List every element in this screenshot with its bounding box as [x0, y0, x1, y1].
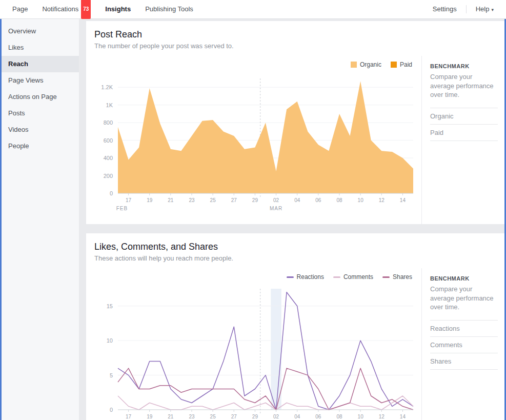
svg-text:08: 08: [336, 197, 342, 203]
benchmark-title: BENCHMARK: [430, 63, 498, 69]
legend-organic[interactable]: Organic: [351, 61, 381, 68]
nav-notifications[interactable]: Notifications73: [35, 0, 98, 19]
insights-sidebar: Overview Likes Reach Page Views Actions …: [0, 19, 79, 420]
post-reach-benchmark-panel: BENCHMARK Compare your average performan…: [421, 56, 506, 224]
top-nav-right: Settings Help▾: [426, 0, 501, 19]
svg-text:25: 25: [210, 197, 216, 203]
benchmark-item-comments[interactable]: Comments: [430, 336, 498, 353]
top-nav-left: Page Notifications73 Insights Publishing…: [5, 0, 200, 19]
sidebar-item-overview[interactable]: Overview: [0, 23, 79, 39]
nav-insights[interactable]: Insights: [98, 0, 138, 18]
svg-text:FEB: FEB: [116, 206, 128, 211]
engagement-benchmark-panel: BENCHMARK Compare your average performan…: [421, 268, 506, 420]
svg-text:04: 04: [294, 197, 300, 203]
benchmark-item-organic[interactable]: Organic: [430, 108, 498, 124]
legend-reactions-label: Reactions: [297, 273, 324, 281]
svg-text:17: 17: [126, 414, 132, 419]
svg-text:600: 600: [104, 137, 113, 144]
svg-text:10: 10: [358, 414, 364, 419]
sidebar-item-videos[interactable]: Videos: [0, 122, 79, 138]
svg-text:12: 12: [379, 414, 385, 419]
paid-swatch-icon: [391, 62, 397, 68]
engagement-section: Likes, Comments, and Shares These action…: [86, 233, 506, 420]
nav-publishing-tools[interactable]: Publishing Tools: [138, 0, 200, 18]
top-navigation: Page Notifications73 Insights Publishing…: [0, 0, 506, 19]
svg-text:10: 10: [107, 337, 113, 344]
svg-text:06: 06: [315, 414, 321, 419]
sidebar-item-reach[interactable]: Reach: [0, 56, 79, 72]
sidebar-item-page-views[interactable]: Page Views: [0, 72, 79, 89]
post-reach-header: Post Reach The number of people your pos…: [86, 21, 506, 56]
main-content: Post Reach The number of people your pos…: [79, 19, 506, 420]
nav-notifications-label: Notifications: [42, 5, 78, 13]
sidebar-item-likes[interactable]: Likes: [0, 39, 79, 56]
engagement-legend: Reactions Comments Shares: [86, 268, 421, 286]
svg-text:5: 5: [110, 372, 113, 378]
section-subtitle: The number of people your post was serve…: [94, 42, 498, 50]
svg-text:200: 200: [104, 173, 113, 179]
sidebar-item-posts[interactable]: Posts: [0, 105, 79, 122]
legend-paid[interactable]: Paid: [391, 61, 412, 68]
section-title: Post Reach: [94, 29, 498, 40]
benchmark-list: Reactions Comments Shares: [430, 320, 498, 370]
svg-text:17: 17: [126, 197, 132, 203]
nav-settings[interactable]: Settings: [426, 0, 464, 18]
legend-paid-label: Paid: [400, 61, 412, 68]
engagement-chart[interactable]: 0510151719212325272902040608101214FEBMAR: [86, 286, 421, 420]
nav-help-label: Help: [476, 5, 490, 13]
svg-text:29: 29: [252, 414, 258, 419]
benchmark-description: Compare your average performance over ti…: [430, 72, 498, 99]
section-subtitle: These actions will help you reach more p…: [94, 254, 498, 262]
svg-text:0: 0: [110, 190, 113, 196]
svg-text:14: 14: [400, 197, 406, 203]
svg-text:21: 21: [168, 414, 174, 419]
post-reach-chart-area: Organic Paid 02004006008001K1.2K17192123…: [86, 56, 421, 224]
svg-text:25: 25: [210, 414, 216, 419]
shares-swatch-icon: [382, 276, 390, 278]
comments-swatch-icon: [333, 276, 340, 278]
caret-down-icon: ▾: [491, 7, 494, 12]
svg-text:14: 14: [400, 414, 406, 419]
sidebar-item-actions-on-page[interactable]: Actions on Page: [0, 89, 79, 105]
section-title: Likes, Comments, and Shares: [94, 242, 498, 252]
svg-text:1.2K: 1.2K: [101, 84, 113, 90]
svg-text:400: 400: [104, 155, 113, 161]
svg-text:1K: 1K: [106, 102, 113, 108]
reactions-swatch-icon: [287, 276, 294, 278]
engagement-chart-area: Reactions Comments Shares 05101517192123…: [86, 268, 421, 420]
svg-text:27: 27: [231, 197, 237, 203]
app-body: Overview Likes Reach Page Views Actions …: [0, 19, 506, 420]
benchmark-list: Organic Paid: [430, 108, 498, 141]
legend-reactions[interactable]: Reactions: [287, 273, 324, 281]
benchmark-item-reactions[interactable]: Reactions: [430, 320, 498, 336]
svg-text:MAR: MAR: [270, 206, 282, 211]
svg-text:23: 23: [189, 197, 195, 203]
legend-shares[interactable]: Shares: [382, 273, 412, 281]
svg-text:800: 800: [104, 119, 113, 126]
svg-text:21: 21: [168, 197, 174, 203]
svg-text:10: 10: [358, 197, 364, 203]
benchmark-item-paid[interactable]: Paid: [430, 124, 498, 141]
svg-text:06: 06: [315, 197, 321, 203]
svg-text:23: 23: [189, 414, 195, 419]
svg-text:02: 02: [273, 414, 279, 419]
legend-comments-label: Comments: [343, 273, 373, 281]
legend-comments[interactable]: Comments: [333, 273, 373, 281]
svg-text:19: 19: [147, 197, 153, 203]
legend-shares-label: Shares: [393, 273, 412, 281]
nav-help[interactable]: Help▾: [469, 0, 501, 19]
sidebar-item-people[interactable]: People: [0, 138, 79, 154]
svg-text:27: 27: [231, 414, 237, 419]
benchmark-item-shares[interactable]: Shares: [430, 353, 498, 370]
notifications-count-badge: 73: [81, 0, 91, 19]
post-reach-section: Post Reach The number of people your pos…: [86, 21, 506, 224]
left-edge-accent: [0, 19, 2, 420]
post-reach-chart[interactable]: 02004006008001K1.2K171921232527290204060…: [86, 73, 421, 222]
svg-text:19: 19: [147, 414, 153, 419]
svg-text:12: 12: [379, 197, 385, 203]
engagement-header: Likes, Comments, and Shares These action…: [86, 233, 506, 268]
svg-text:04: 04: [294, 414, 300, 419]
nav-page[interactable]: Page: [5, 0, 35, 18]
benchmark-title: BENCHMARK: [430, 275, 498, 282]
post-reach-legend: Organic Paid: [86, 56, 421, 73]
